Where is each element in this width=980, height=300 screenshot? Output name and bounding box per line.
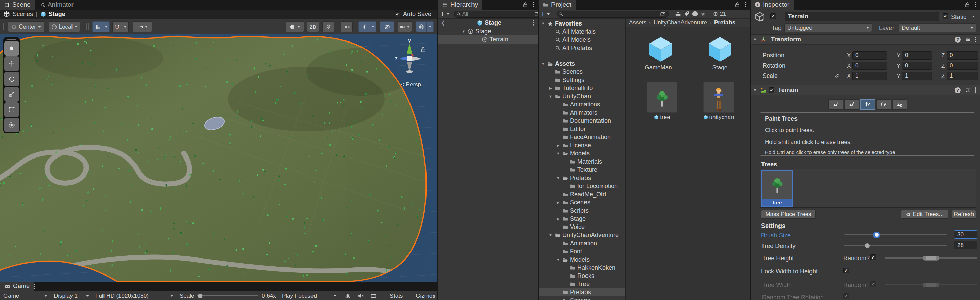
measure-dropdown[interactable] [133, 21, 152, 32]
auto-save-toggle[interactable]: Auto Save [395, 11, 434, 18]
project-tree-row[interactable]: Scenes [539, 68, 625, 76]
project-tree-row[interactable]: Tree [539, 280, 625, 288]
transform-rotation-y-field[interactable]: 0 [902, 62, 932, 70]
presets-icon[interactable] [965, 87, 970, 93]
asset-item-unitychan[interactable]: unitychan [697, 82, 741, 121]
refresh-button[interactable]: Refresh [952, 210, 976, 219]
move-tool-button[interactable] [5, 56, 19, 71]
hierarchy-row[interactable]: Terrain [438, 35, 538, 44]
game-gizmos-dropdown[interactable] [430, 292, 437, 300]
open-search-window-icon[interactable] [534, 11, 538, 17]
project-tree-row[interactable]: Prefabs [539, 288, 625, 296]
tag-dropdown[interactable]: Untagged [784, 24, 872, 32]
hand-tool-button[interactable] [5, 41, 19, 56]
search-by-type-button[interactable] [675, 11, 681, 17]
project-tree-row[interactable]: Voice [539, 223, 625, 231]
project-tree-row[interactable]: ▶TutorialInfo [539, 84, 625, 92]
transform-scale-z-field[interactable]: 1 [947, 72, 978, 80]
stats-toggle[interactable]: Stats [383, 292, 410, 300]
project-add-button[interactable]: + [541, 10, 545, 18]
project-tree-row[interactable]: Font [539, 247, 625, 256]
asset-item-stage[interactable]: Stage [698, 36, 742, 71]
project-lock-icon[interactable] [735, 2, 740, 8]
tree-density-slider[interactable] [844, 245, 947, 246]
transform-kebab[interactable] [975, 37, 976, 42]
project-menu-kebab[interactable] [745, 2, 746, 8]
tab-animator[interactable]: Animator [35, 0, 78, 10]
project-tree-row[interactable]: ▼Models [539, 256, 625, 263]
brush-size-field[interactable]: 30 [954, 230, 977, 239]
hierarchy-menu-kebab[interactable] [533, 2, 535, 8]
mass-place-trees-button[interactable]: Mass Place Trees [761, 210, 816, 219]
static-checkbox[interactable] [943, 13, 948, 19]
tab-scene[interactable]: Scene [0, 0, 35, 10]
project-tree-row[interactable]: FaceAnimation [539, 133, 625, 141]
hierarchy-lock-icon[interactable] [522, 2, 528, 8]
terrain-kebab[interactable] [975, 87, 976, 93]
snap-dropdown[interactable] [122, 21, 129, 32]
resolution-dropdown[interactable]: Full HD (1920x1080) [93, 291, 175, 300]
hierarchy-add-caret[interactable] [447, 13, 449, 15]
edit-trees-button[interactable]: Edit Trees... [901, 210, 948, 219]
transform-rotation-x-field[interactable]: 0 [852, 62, 887, 70]
tab-project[interactable]: Project [539, 0, 576, 10]
project-tree-row[interactable]: Editor [539, 125, 625, 133]
2d-toggle[interactable]: 2D [307, 21, 319, 32]
gameobject-name-field[interactable]: Terrain [784, 12, 939, 21]
project-tree-row[interactable]: Animation [539, 239, 625, 247]
transform-position-z-field[interactable]: 0 [947, 51, 978, 60]
tree-height-range-slider[interactable] [885, 257, 977, 259]
terrain-component-header[interactable]: ▼ Terrain ? [751, 85, 980, 95]
breadcrumb-stage[interactable]: Stage [49, 11, 65, 18]
brush-size-slider[interactable] [844, 234, 947, 235]
paint-terrain-tool[interactable] [844, 99, 859, 110]
project-tree-row[interactable]: ▼Models [539, 149, 625, 157]
effects-dropdown[interactable] [370, 21, 377, 32]
paint-details-tool[interactable] [876, 99, 891, 110]
tree-palette-item[interactable]: tree [762, 170, 793, 207]
project-tree-row[interactable]: HakkenKoken [539, 263, 625, 272]
hierarchy-row[interactable]: ▼Stage [438, 27, 538, 35]
auto-save-checkbox[interactable] [395, 11, 400, 17]
pivot-mode-dropdown[interactable]: Center [8, 21, 44, 32]
project-tree-row[interactable]: ▶Scenes [539, 198, 625, 206]
project-tree-row[interactable]: Scripts [539, 206, 625, 214]
paint-trees-tool[interactable] [860, 99, 875, 110]
input-debug-button[interactable] [368, 292, 379, 300]
scene-orientation-gizmo[interactable]: y z [389, 39, 430, 82]
asset-item-tree[interactable]: tree [640, 82, 684, 121]
overlay-drag-handle[interactable] [7, 40, 16, 40]
project-search-input[interactable] [565, 11, 658, 17]
project-tree-row[interactable]: Materials [539, 157, 625, 166]
project-tree-row[interactable]: ▶Stage [539, 214, 625, 223]
help-icon[interactable]: ? [955, 87, 961, 93]
transform-position-y-field[interactable]: 0 [902, 51, 932, 60]
tree-density-field[interactable]: 28 [954, 241, 977, 249]
project-tree-row[interactable]: ▼Prefabs [539, 174, 625, 182]
inspector-menu-kebab[interactable] [975, 2, 977, 8]
breadcrumb-assets[interactable]: Assets [629, 19, 646, 26]
lock-width-checkbox[interactable] [843, 268, 849, 273]
static-dropdown-caret[interactable] [972, 16, 975, 17]
transform-rotation-z-field[interactable]: 0 [947, 62, 978, 70]
project-tree-row[interactable]: Scenes [539, 296, 625, 300]
stage-header-label[interactable]: Stage [485, 19, 501, 27]
project-tree-row[interactable]: ▼Assets [539, 60, 625, 68]
rotate-tool-button[interactable] [5, 72, 19, 86]
transform-position-x-field[interactable]: 0 [852, 51, 887, 60]
hidden-count-toggle[interactable]: 21 [713, 11, 726, 17]
layer-dropdown[interactable]: Default [899, 24, 976, 32]
project-tree-row[interactable]: All Models [539, 36, 625, 44]
hierarchy-search[interactable] [454, 11, 538, 18]
persp-toggle[interactable]: < Persp [401, 81, 421, 88]
scale-link-icon[interactable] [834, 73, 840, 79]
project-tree-row[interactable]: ▼Favorites [539, 19, 625, 27]
project-tree-row[interactable]: ▼UnityChan [539, 92, 625, 100]
presets-icon[interactable] [965, 37, 970, 42]
scene-audio-toggle[interactable] [341, 21, 353, 32]
create-neighbor-terrains-tool[interactable] [828, 99, 843, 110]
play-mode-dropdown[interactable]: Play Focused [280, 291, 338, 300]
toolbar-drag-handle-2[interactable] [86, 24, 89, 30]
hierarchy-add-button[interactable]: + [440, 10, 445, 18]
display-dropdown[interactable]: Display 1 [52, 291, 91, 300]
